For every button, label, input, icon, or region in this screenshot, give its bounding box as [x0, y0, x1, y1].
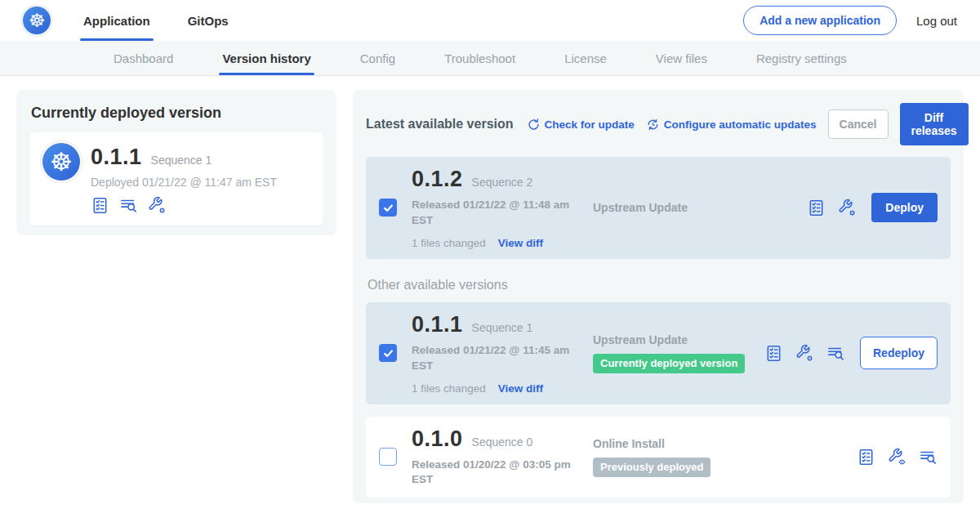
- version-checkbox[interactable]: [379, 344, 397, 362]
- version-source-label: Online Install: [593, 437, 857, 450]
- released-timestamp: Released 01/20/22 @ 03:05 pm EST: [412, 458, 579, 489]
- view-config-icon[interactable]: [888, 448, 906, 467]
- version-source-label: Upstream Update: [593, 201, 807, 214]
- deployed-version-number: 0.1.1: [91, 145, 142, 170]
- add-application-button[interactable]: Add a new application: [743, 6, 897, 35]
- app-subnav: Dashboard Version history Config Trouble…: [0, 41, 980, 76]
- checkmark-icon: [382, 202, 394, 214]
- sequence-label: Sequence 1: [472, 321, 533, 334]
- released-timestamp: Released 01/21/22 @ 11:45 am EST: [412, 343, 579, 374]
- auto-update-icon: [646, 118, 660, 132]
- deployed-sequence-label: Sequence 1: [151, 154, 212, 167]
- version-number: 0.1.0: [412, 426, 463, 452]
- subnav-troubleshoot[interactable]: Troubleshoot: [444, 41, 515, 75]
- files-changed-label: 1 files changed: [412, 237, 486, 249]
- preflight-checks-icon[interactable]: [807, 199, 826, 217]
- version-row-0-1-2: 0.1.2 Sequence 2 Released 01/21/22 @ 11:…: [366, 157, 951, 259]
- files-changed-label: 1 files changed: [412, 382, 486, 395]
- version-number: 0.1.1: [412, 312, 463, 337]
- released-timestamp: Released 01/21/22 @ 11:48 am EST: [412, 198, 579, 229]
- preflight-checks-icon[interactable]: [764, 344, 783, 363]
- version-checkbox[interactable]: [379, 448, 397, 466]
- deployed-timestamp: Deployed 01/21/22 @ 11:47 am EST: [91, 176, 277, 189]
- edit-config-icon[interactable]: [148, 196, 167, 215]
- tab-gitops[interactable]: GitOps: [186, 0, 230, 41]
- previously-deployed-badge: Previously deployed: [593, 458, 710, 477]
- currently-deployed-badge: Currently deployed version: [593, 354, 745, 373]
- edit-config-icon[interactable]: [838, 199, 857, 217]
- redeploy-button[interactable]: Redeploy: [860, 337, 938, 369]
- sequence-label: Sequence 0: [472, 435, 533, 449]
- deployed-version-card: ☸ 0.1.1 Sequence 1 Deployed 01/21/22 @ 1…: [29, 132, 323, 226]
- subnav-registry-settings[interactable]: Registry settings: [756, 41, 847, 75]
- view-logs-icon[interactable]: [119, 196, 138, 215]
- edit-config-icon[interactable]: [795, 344, 814, 363]
- subnav-view-files[interactable]: View files: [656, 41, 707, 75]
- cancel-button[interactable]: Cancel: [828, 109, 889, 139]
- kubernetes-logo-icon: ☸: [23, 7, 51, 34]
- view-diff-link[interactable]: View diff: [498, 237, 543, 249]
- app-header: ☸ Application GitOps Add a new applicati…: [0, 0, 980, 41]
- deploy-button[interactable]: Deploy: [871, 193, 938, 222]
- header-right: Add a new application Log out: [743, 6, 957, 35]
- check-for-update-link[interactable]: Check for update: [527, 118, 635, 132]
- subnav-dashboard[interactable]: Dashboard: [114, 41, 173, 75]
- logout-button[interactable]: Log out: [916, 14, 957, 28]
- subnav-license[interactable]: License: [564, 41, 607, 75]
- configure-auto-updates-label: Configure automatic updates: [664, 118, 817, 131]
- preflight-checks-icon[interactable]: [857, 448, 875, 467]
- view-logs-icon[interactable]: [826, 344, 845, 363]
- version-number: 0.1.2: [412, 167, 463, 192]
- currently-deployed-panel: Currently deployed version ☸ 0.1.1 Seque…: [16, 90, 336, 235]
- preflight-checks-icon[interactable]: [91, 196, 109, 215]
- diff-releases-button[interactable]: Diff releases: [900, 103, 969, 145]
- kubernetes-app-icon: ☸: [42, 143, 80, 181]
- configure-auto-updates-link[interactable]: Configure automatic updates: [646, 118, 817, 132]
- version-row-0-1-0: 0.1.0 Sequence 0 Released 01/20/22 @ 03:…: [366, 417, 951, 498]
- version-row-0-1-1: 0.1.1 Sequence 1 Released 01/21/22 @ 11:…: [366, 302, 951, 404]
- currently-deployed-title: Currently deployed version: [31, 105, 323, 122]
- view-logs-icon[interactable]: [919, 448, 938, 467]
- check-for-update-label: Check for update: [545, 118, 635, 131]
- latest-version-title: Latest available version: [366, 117, 514, 132]
- checkmark-icon: [382, 347, 394, 359]
- other-versions-title: Other available versions: [368, 278, 951, 292]
- version-source-label: Upstream Update: [593, 333, 764, 346]
- subnav-config[interactable]: Config: [360, 41, 395, 75]
- view-diff-link[interactable]: View diff: [498, 382, 543, 395]
- version-history-panel: Latest available version Check for updat…: [353, 90, 964, 503]
- sequence-label: Sequence 2: [472, 176, 533, 189]
- tab-application[interactable]: Application: [82, 0, 152, 41]
- subnav-version-history[interactable]: Version history: [222, 41, 310, 75]
- version-checkbox[interactable]: [379, 199, 397, 217]
- refresh-icon: [527, 118, 541, 132]
- latest-version-header: Latest available version Check for updat…: [366, 103, 951, 145]
- header-tabs: Application GitOps: [82, 0, 265, 41]
